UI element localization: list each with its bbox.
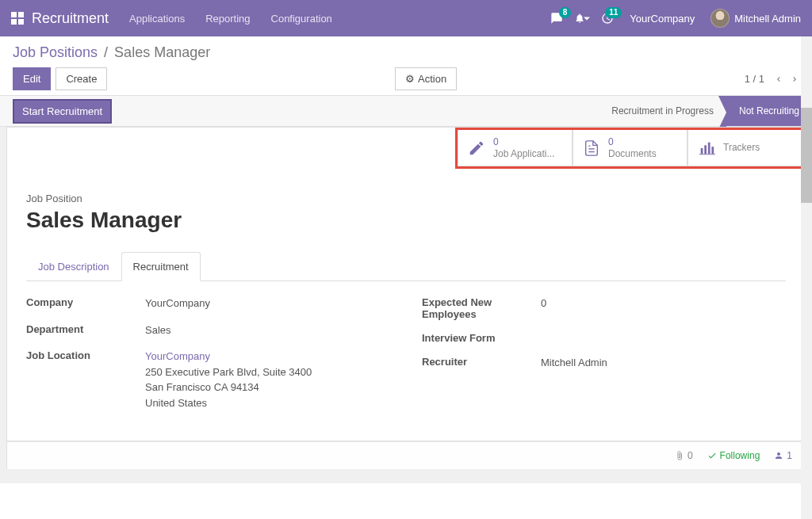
messages-badge: 8 [559,7,572,18]
nav-applications[interactable]: Applications [129,13,185,25]
location-name[interactable]: YourCompany [145,349,390,364]
status-in-progress[interactable]: Recruitment in Progress [599,96,726,126]
stat-trackers[interactable]: Trackers [688,130,802,166]
chatter-footer: 0 Following 1 [6,441,806,469]
activities-badge: 11 [605,7,622,18]
pager-text: 1 / 1 [745,73,764,85]
create-button[interactable]: Create [56,67,107,90]
main-navbar: Recruitment Applications Reporting Confi… [0,0,812,36]
recruiter-value[interactable]: Mitchell Admin [541,355,786,371]
following-button[interactable]: Following [707,450,760,461]
tabs: Job Description Recruitment [26,252,786,281]
scrollbar-thumb[interactable] [801,108,812,203]
recruiter-label: Recruiter [422,355,541,368]
svg-rect-2 [11,19,17,25]
form-sheet: 0 Job Applicati... 0 Documents Trackers [6,127,806,441]
expected-value: 0 [541,296,786,311]
nav-links: Applications Reporting Configuration [129,13,332,25]
location-country: United States [145,395,390,411]
control-panel: Job Positions / Sales Manager Edit Creat… [0,36,812,95]
department-label: Department [26,322,145,335]
company-switcher[interactable]: YourCompany [630,13,695,25]
attachments-count[interactable]: 0 [675,450,693,461]
location-city: San Francisco CA 94134 [145,380,390,395]
breadcrumb: Job Positions / Sales Manager [13,44,799,61]
stat-applications-label: Job Applicati... [493,148,554,159]
stat-documents[interactable]: 0 Documents [573,130,688,166]
svg-rect-7 [701,148,703,154]
stat-job-applications[interactable]: 0 Job Applicati... [458,130,573,166]
status-bar: Start Recruitment Recruitment in Progres… [0,95,812,127]
location-value: YourCompany 250 Executive Park Blvd, Sui… [145,349,390,410]
document-icon [583,139,600,157]
stat-highlight-box: 0 Job Applicati... 0 Documents Trackers [455,128,805,169]
person-icon [774,451,783,460]
check-icon [707,451,717,460]
stat-trackers-label: Trackers [723,142,760,153]
company-label: Company [26,296,145,308]
bell-icon[interactable] [574,13,590,24]
department-value[interactable]: Sales [145,322,390,338]
scrollbar[interactable] [801,36,812,483]
chevron-right-icon[interactable] [790,73,799,86]
page-title: Sales Manager [26,208,786,233]
form-sheet-bg: 0 Job Applicati... 0 Documents Trackers [0,127,812,483]
svg-rect-11 [699,154,715,155]
svg-rect-9 [708,142,710,154]
stat-applications-count: 0 [493,136,554,147]
start-recruitment-button[interactable]: Start Recruitment [13,99,112,124]
svg-rect-1 [18,12,24,17]
svg-rect-10 [711,147,714,154]
apps-icon[interactable] [11,12,24,25]
tab-job-description[interactable]: Job Description [26,252,121,281]
stat-documents-label: Documents [608,148,657,159]
stat-documents-count: 0 [608,136,657,147]
location-label: Job Location [26,349,145,361]
action-button[interactable]: ⚙Action [395,67,457,90]
interview-label: Interview Form [422,331,541,344]
gear-icon: ⚙ [405,73,415,85]
nav-configuration[interactable]: Configuration [271,13,332,25]
chevron-left-icon[interactable] [774,73,783,86]
pencil-icon [468,139,485,157]
expected-label: Expected New Employees [422,296,541,320]
tab-recruitment[interactable]: Recruitment [121,252,201,281]
messages-icon[interactable]: 8 [550,12,563,25]
svg-rect-0 [11,12,17,17]
location-street: 250 Executive Park Blvd, Suite 3400 [145,364,390,380]
user-name: Mitchell Admin [734,13,801,25]
job-position-label: Job Position [26,193,786,204]
svg-rect-8 [704,145,707,154]
edit-button[interactable]: Edit [13,67,51,90]
bar-chart-icon [698,139,715,157]
breadcrumb-current: Sales Manager [114,44,210,60]
activities-icon[interactable]: 11 [601,12,614,25]
company-value[interactable]: YourCompany [145,296,390,311]
svg-rect-3 [18,19,24,25]
user-menu[interactable]: Mitchell Admin [710,9,801,28]
avatar [710,9,730,28]
breadcrumb-parent[interactable]: Job Positions [13,44,98,60]
app-brand[interactable]: Recruitment [32,10,109,27]
status-not-recruiting[interactable]: Not Recruiting [726,96,812,126]
followers-count[interactable]: 1 [774,450,792,461]
paperclip-icon [675,451,684,460]
nav-reporting[interactable]: Reporting [205,13,250,25]
